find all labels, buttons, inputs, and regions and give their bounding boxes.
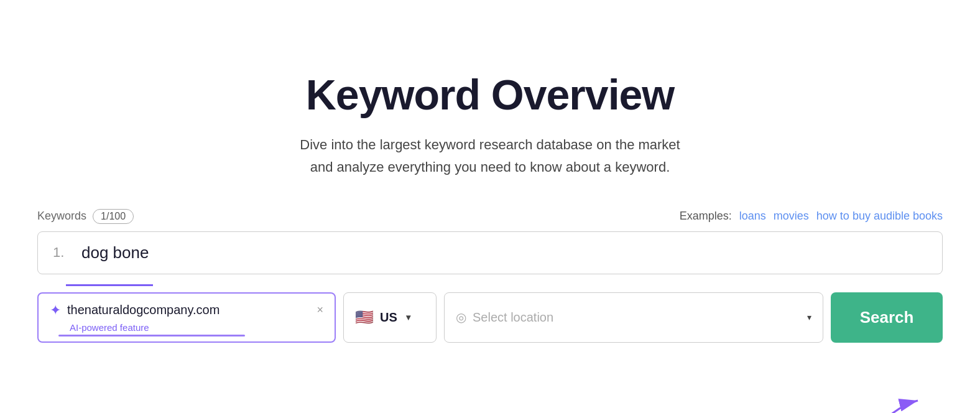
keyword-input[interactable]: [81, 243, 927, 262]
location-select[interactable]: ◎ Select location ▾: [444, 292, 823, 343]
keywords-badge: 1/100: [93, 209, 134, 224]
bottom-row: ✦ × AI-powered feature 🇺🇸 US ▾ ◎ Select …: [37, 292, 943, 343]
subtitle-line2: and analyze everything you need to know …: [310, 159, 670, 175]
location-placeholder: Select location: [473, 310, 553, 325]
examples-label: Examples:: [680, 210, 732, 223]
domain-input-top: ✦ ×: [50, 302, 323, 318]
examples-section: Examples: loans movies how to buy audibl…: [680, 210, 943, 223]
page-container: Keyword Overview Dive into the largest k…: [37, 70, 943, 342]
sparkle-icon: ✦: [50, 302, 61, 318]
page-subtitle: Dive into the largest keyword research d…: [300, 134, 680, 177]
country-value: US: [380, 310, 397, 325]
keyword-input-wrapper: 1.: [37, 231, 943, 274]
keywords-label: Keywords 1/100: [37, 209, 134, 224]
example-link-movies[interactable]: movies: [774, 210, 809, 223]
domain-input-inner: ✦ × AI-powered feature: [50, 302, 323, 333]
ai-powered-label: AI-powered feature: [70, 322, 323, 333]
location-chevron-icon: ▾: [807, 312, 811, 322]
chevron-down-icon: ▾: [406, 312, 410, 322]
arrow-container: [856, 394, 930, 413]
search-button[interactable]: Search: [831, 292, 943, 343]
example-link-audible[interactable]: how to buy audible books: [816, 210, 943, 223]
search-header: Keywords 1/100 Examples: loans movies ho…: [37, 209, 943, 224]
subtitle-line1: Dive into the largest keyword research d…: [300, 137, 680, 152]
arrow-svg: [856, 394, 930, 413]
search-section: Keywords 1/100 Examples: loans movies ho…: [37, 209, 943, 343]
keyword-input-container: 1.: [37, 231, 943, 286]
example-link-loans[interactable]: loans: [739, 210, 766, 223]
country-flag: 🇺🇸: [355, 309, 374, 326]
domain-input[interactable]: [67, 303, 310, 317]
domain-underline: [58, 335, 245, 336]
clear-icon[interactable]: ×: [317, 304, 323, 317]
domain-input-wrapper[interactable]: ✦ × AI-powered feature: [37, 292, 336, 343]
page-title: Keyword Overview: [306, 70, 674, 119]
country-select[interactable]: 🇺🇸 US ▾: [343, 292, 437, 343]
keywords-text: Keywords: [37, 210, 86, 223]
keyword-underline: [66, 284, 153, 286]
location-pin-icon: ◎: [456, 310, 466, 325]
keyword-number: 1.: [53, 244, 72, 261]
